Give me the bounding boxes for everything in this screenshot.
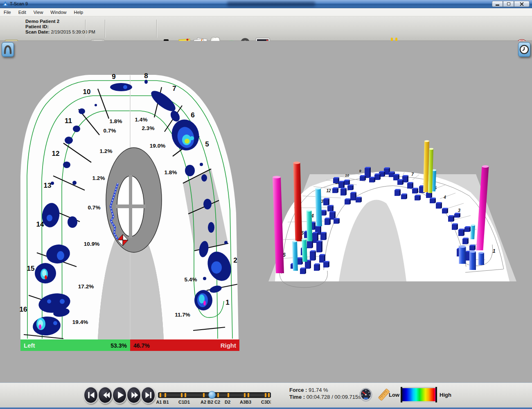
close-button[interactable]	[514, 1, 530, 7]
timeline-phase-label: A3B3	[240, 400, 251, 405]
force-column-tall	[470, 225, 475, 239]
force-percent-label: 1.8%	[110, 118, 122, 124]
clock-icon	[519, 45, 529, 54]
force-column-tall	[292, 241, 298, 271]
play-button[interactable]	[112, 387, 127, 404]
timer-panel-button[interactable]	[518, 42, 530, 57]
force-column-tall	[293, 162, 300, 164]
force-column	[349, 199, 351, 204]
force-column	[333, 178, 338, 183]
minimize-icon	[496, 4, 499, 6]
force-column	[402, 180, 404, 185]
force-value: 91.74 %	[309, 387, 328, 393]
force-column-tall	[307, 211, 313, 241]
force-column	[435, 198, 436, 203]
menu-edit[interactable]: Edit	[15, 10, 30, 15]
force-column	[430, 199, 435, 203]
tooth-number-label-3d: 12	[326, 189, 331, 193]
force-column-tall	[429, 148, 433, 150]
force-column	[457, 224, 458, 230]
force-column	[417, 188, 418, 193]
force-blob	[201, 174, 207, 182]
force-column	[384, 171, 385, 177]
force-column	[356, 198, 361, 202]
force-blob	[63, 162, 70, 168]
force-column	[452, 225, 457, 230]
tooth-number-label-3d: 7	[411, 172, 414, 177]
tooth-number-label-3d: 9	[359, 169, 361, 173]
force-blob	[68, 216, 77, 228]
force-blob	[72, 181, 77, 185]
titlebar-blurred-text	[227, 2, 315, 7]
force-column	[323, 199, 328, 205]
force-column-tall	[302, 239, 307, 262]
force-column	[338, 218, 340, 224]
force-column	[467, 238, 469, 244]
force-blob	[45, 275, 47, 279]
force-column-tall	[273, 177, 284, 273]
force-column-tall	[482, 165, 489, 168]
force-column-tall	[459, 245, 466, 248]
force-column	[407, 175, 408, 182]
force-column	[350, 193, 355, 200]
menu-view[interactable]: View	[30, 10, 47, 15]
force-column-tall	[292, 240, 297, 242]
force-blob	[39, 324, 41, 329]
force-column	[412, 189, 417, 193]
force-column	[464, 227, 469, 232]
rewind-button[interactable]	[98, 387, 113, 404]
2d-arch-view[interactable]: 987101161251314151621 1.8%1.4%0.7%2.3%1.…	[16, 70, 246, 353]
force-blob	[47, 215, 52, 221]
fast-forward-button[interactable]	[126, 387, 141, 404]
close-icon	[520, 2, 524, 6]
arch-view-panel-button[interactable]	[2, 42, 14, 57]
right-bar-value: 46.7%	[133, 342, 150, 349]
force-blob	[190, 136, 194, 140]
force-column	[329, 218, 331, 225]
minimize-button[interactable]	[492, 1, 503, 7]
force-percent-label: 19.0%	[150, 143, 165, 149]
force-gauge-icon[interactable]	[358, 387, 373, 403]
menu-file[interactable]: File	[0, 10, 15, 15]
force-column	[442, 209, 447, 213]
force-column-tall	[315, 188, 321, 189]
skip-to-start-button[interactable]	[83, 387, 98, 404]
tooth-number-label: 15	[27, 265, 35, 272]
skip-to-end-button[interactable]	[141, 387, 156, 404]
timeline-tick	[185, 393, 186, 397]
toolbar-separator	[85, 20, 86, 38]
legend-low-label: Low	[389, 392, 399, 398]
restore-button[interactable]	[503, 1, 514, 7]
timeline-phase-label: C3D3	[261, 400, 271, 405]
timeline-phase-label: D2	[225, 400, 230, 405]
menu-help[interactable]: Help	[70, 10, 87, 15]
force-column	[319, 255, 324, 263]
force-column	[369, 178, 374, 182]
force-column	[310, 260, 311, 269]
toolbar: Demo Patient 2 Patient ID: Scan Date: 2/…	[0, 16, 532, 41]
force-column	[447, 208, 448, 213]
timeline-phase-label: A2	[201, 400, 206, 405]
force-color-scale	[402, 387, 435, 402]
force-column	[332, 205, 334, 211]
tooth-number-label-3d: 4	[443, 195, 446, 200]
3d-force-view[interactable]: 16151413121110975431	[266, 135, 528, 294]
force-column	[337, 188, 338, 193]
force-column	[412, 182, 413, 189]
force-percent-label: 1.2%	[92, 175, 105, 181]
right-bar-label: Right	[221, 342, 236, 349]
scan-date-label: Scan Date:	[25, 29, 50, 34]
force-column	[406, 194, 407, 199]
force-column	[328, 198, 329, 205]
force-column	[343, 181, 345, 188]
force-column	[332, 189, 337, 193]
timeline-slider[interactable]	[208, 391, 216, 399]
force-column	[349, 180, 350, 185]
menu-window[interactable]: Window	[47, 10, 70, 15]
force-column	[315, 251, 316, 261]
force-blob	[60, 299, 65, 304]
force-column	[419, 195, 421, 200]
scale-cap	[401, 387, 402, 402]
force-column	[448, 216, 453, 222]
play-icon	[113, 387, 126, 403]
